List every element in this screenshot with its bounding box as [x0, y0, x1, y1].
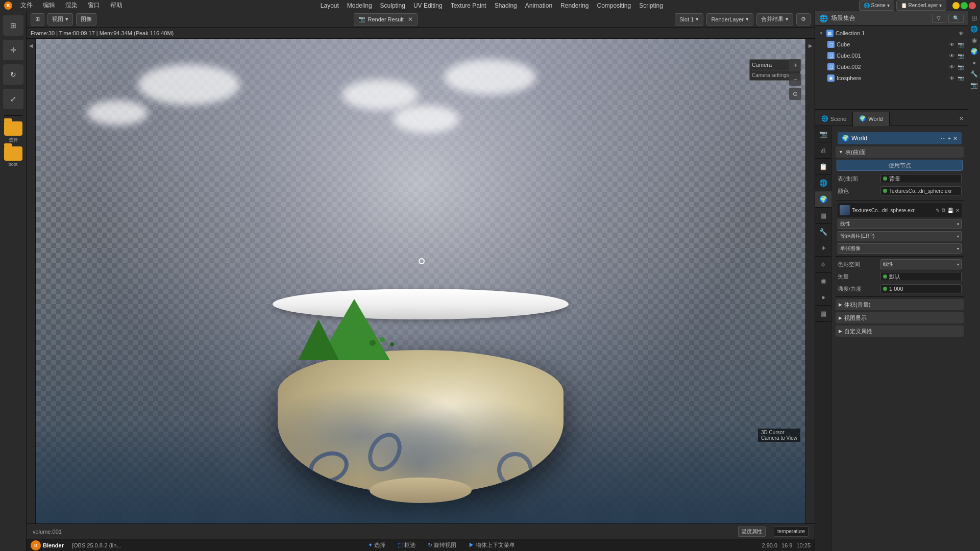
prop-tab-physics[interactable]: ⚛ [815, 257, 831, 273]
prop-tab-world[interactable]: 🌍 [815, 191, 831, 208]
workspace-sculpting[interactable]: Sculpting [378, 1, 407, 10]
side-btn-r[interactable]: ▶ [806, 41, 815, 50]
workspace-modeling[interactable]: Modeling [345, 1, 374, 10]
custom-props-header[interactable]: ▶ 自定义属性 [836, 325, 964, 337]
far-right-btn-2[interactable]: 🌐 [970, 24, 979, 34]
cube001-render-icon[interactable]: 📷 [958, 53, 964, 59]
scene-world-close[interactable]: ✕ [957, 114, 966, 123]
prop-tab-modifier[interactable]: 🔧 [815, 224, 831, 240]
world-settings-btn[interactable]: ✕ [953, 135, 958, 142]
prop-tab-scene[interactable]: 🌐 [815, 175, 831, 191]
view-settings-btn[interactable]: ⚙ [796, 13, 811, 26]
tool-rotate[interactable]: ↻ [3, 64, 23, 85]
texture-node-edit[interactable]: ✎ [936, 208, 940, 213]
render-layer-selector[interactable]: 📋 RenderLayer ▾ [896, 1, 946, 11]
colorspace-dropdown[interactable]: 线性 ▾ [880, 259, 962, 269]
equirect-dropdown[interactable]: 等距圆柱(ERP) ▾ [838, 231, 962, 241]
color-value[interactable]: TexturesCo...dri_sphere.exr [880, 186, 962, 195]
texture-node-save[interactable]: 💾 [947, 208, 953, 213]
prop-tab-object[interactable]: ▦ [815, 208, 831, 224]
single-image-dropdown[interactable]: 单张图像 ▾ [838, 243, 962, 254]
cube001-vis-icon[interactable]: 👁 [949, 53, 954, 59]
world-name-input[interactable] [851, 135, 939, 142]
workspace-uv[interactable]: UV Editing [411, 1, 445, 10]
tool-scale[interactable]: ⤢ [3, 89, 23, 109]
ico-vis-icon[interactable]: 👁 [949, 76, 954, 81]
workspace-layout[interactable]: Layout [318, 1, 341, 10]
outliner-cube[interactable]: ◻ Cube 👁 📷 [815, 39, 968, 50]
ico-render-icon[interactable]: 📷 [958, 76, 964, 81]
scene-tab[interactable]: 🌐 Scene [815, 112, 853, 126]
workspace-compositing[interactable]: Compositing [595, 1, 633, 10]
prop-tab-output[interactable]: 🖨 [815, 142, 831, 159]
world-name-options[interactable]: ⋯ [941, 136, 946, 141]
renderlayer-selector[interactable]: RenderLayer ▾ [706, 13, 753, 26]
window-close[interactable] [969, 2, 976, 9]
render-result-close[interactable]: ✕ [408, 16, 413, 23]
far-right-btn-7[interactable]: 📷 [970, 81, 979, 90]
prop-tab-data[interactable]: ◉ [815, 273, 831, 289]
select-mode-btn[interactable]: ⊞ [3, 15, 23, 36]
outliner-cube001[interactable]: ◻ Cube.001 👁 📷 [815, 50, 968, 61]
render-viewport[interactable]: Camera ✕ Camera settings + − ⊙ 3D Cursor… [36, 39, 805, 523]
window-maximize[interactable] [961, 2, 968, 9]
workspace-texture[interactable]: Texture Paint [449, 1, 488, 10]
cube002-vis-icon[interactable]: 👁 [949, 64, 954, 70]
menu-file[interactable]: 文件 [18, 0, 35, 11]
collection-vis-icon[interactable]: 👁 [959, 31, 964, 36]
menu-help[interactable]: 帮助 [108, 0, 125, 11]
far-right-btn-6[interactable]: 🔧 [970, 69, 979, 79]
prop-tab-material[interactable]: ● [815, 289, 831, 306]
far-right-btn-4[interactable]: 🌍 [970, 47, 979, 56]
combine-btn[interactable]: 合并结果 ▾ [756, 13, 793, 26]
workspace-rendering[interactable]: Rendering [558, 1, 591, 10]
world-tab[interactable]: 🌍 World [853, 112, 890, 126]
vp-zoom-in[interactable]: + [789, 59, 801, 71]
prop-tab-particles[interactable]: ✦ [815, 240, 831, 257]
cube-render-icon[interactable]: 📷 [958, 42, 964, 47]
image-menu-btn[interactable]: 图像 [76, 13, 96, 26]
outliner-search-btn[interactable]: 🔍 [948, 14, 964, 23]
cube002-render-icon[interactable]: 📷 [958, 64, 964, 70]
menu-window[interactable]: 窗口 [86, 0, 102, 11]
strength-value[interactable]: 1.000 [880, 284, 962, 293]
vector-value[interactable]: 默认 [880, 272, 962, 281]
tool-move[interactable]: ✛ [3, 40, 23, 60]
view-menu-btn[interactable]: 视图 ▾ [47, 13, 73, 26]
outliner-collection1[interactable]: ▼ ▦ Collection 1 👁 [815, 28, 968, 39]
vp-view-btn[interactable]: ⊙ [789, 88, 801, 100]
texture-node-close[interactable]: ✕ [955, 208, 960, 213]
far-right-btn-1[interactable]: ⊞ [970, 13, 979, 22]
vp-zoom-out[interactable]: − [789, 73, 801, 86]
menu-edit[interactable]: 编辑 [41, 0, 57, 11]
linear-dropdown[interactable]: 线性 ▾ [838, 219, 962, 229]
texture-node-copy[interactable]: ⧉ [942, 207, 945, 213]
workspace-shading[interactable]: Shading [493, 1, 519, 10]
folder-boot[interactable]: boot [3, 146, 23, 167]
far-right-btn-3[interactable]: ◉ [970, 36, 979, 45]
toolbar-icon-btn[interactable]: ⊞ [31, 13, 44, 26]
workspace-animation[interactable]: Animation [523, 1, 554, 10]
world-new-btn[interactable]: + [948, 135, 951, 141]
surface-header[interactable]: ▼ 表(曲)面 [836, 146, 964, 158]
slot-selector[interactable]: Slot 1 ▾ [675, 13, 703, 26]
menu-render[interactable]: 渲染 [63, 0, 80, 11]
temperature-value-field[interactable]: temperature [774, 527, 808, 537]
outliner-cube002[interactable]: ◻ Cube.002 👁 📷 [815, 61, 968, 72]
use-nodes-btn[interactable]: 使用节点 [837, 160, 963, 171]
background-value[interactable]: 背景 [880, 174, 962, 183]
outliner-filter-btn[interactable]: ▽ [932, 14, 945, 23]
window-minimize[interactable] [952, 2, 960, 9]
far-right-btn-5[interactable]: ● [970, 58, 979, 67]
outliner-icosphere[interactable]: ◉ Icosphere 👁 📷 [815, 72, 968, 84]
view-display-header[interactable]: ▶ 视图显示 [836, 312, 964, 323]
scene-selector[interactable]: 🌐 Scene ▾ [859, 1, 894, 11]
temperature-attr-btn[interactable]: 温度属性 [738, 527, 766, 537]
folder-bin[interactable]: 选择 [3, 122, 23, 142]
workspace-scripting[interactable]: Scripting [637, 1, 665, 10]
prop-tab-texture[interactable]: ▦ [815, 306, 831, 322]
volume-header[interactable]: ▶ 体积(音量) [836, 299, 964, 310]
cube-vis-icon[interactable]: 👁 [949, 42, 954, 47]
prop-tab-render[interactable]: 📷 [815, 126, 831, 142]
side-btn-1[interactable]: ◀ [27, 41, 36, 50]
